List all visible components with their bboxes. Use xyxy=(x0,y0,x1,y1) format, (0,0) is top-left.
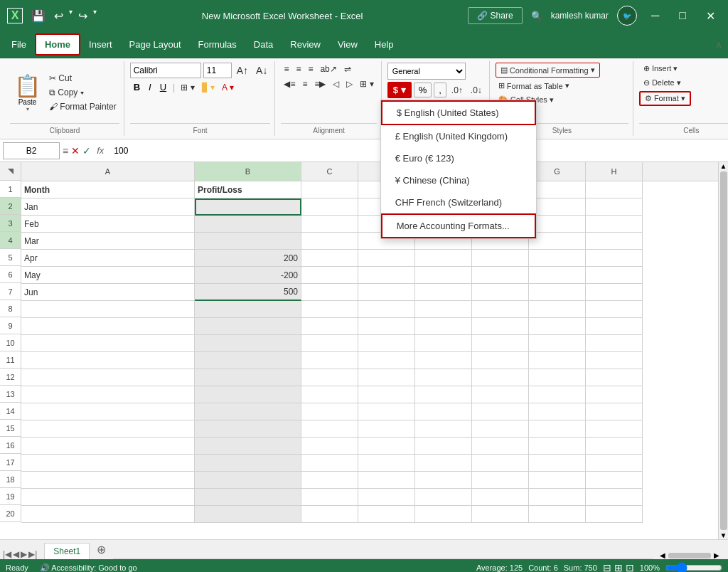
cell-b14[interactable] xyxy=(195,403,301,420)
font-color-button[interactable]: A ▾ xyxy=(219,81,237,94)
cell-b12[interactable] xyxy=(195,369,301,386)
sheet-tab-sheet1[interactable]: Sheet1 xyxy=(44,543,90,559)
align-left-button[interactable]: ◀≡ xyxy=(281,78,298,90)
cell-h6[interactable] xyxy=(586,267,643,284)
cell-e11[interactable] xyxy=(415,352,472,369)
cell-d15[interactable] xyxy=(358,420,415,438)
cell-g8[interactable] xyxy=(529,301,586,318)
cell-c2[interactable] xyxy=(301,198,358,216)
col-header-g[interactable]: G xyxy=(529,162,586,181)
cell-f20[interactable] xyxy=(472,506,529,523)
cell-b11[interactable] xyxy=(195,352,301,369)
row-num-15[interactable]: 15 xyxy=(0,420,21,437)
cell-d8[interactable] xyxy=(358,301,415,318)
row-num-16[interactable]: 16 xyxy=(0,437,21,454)
horizontal-scrollbar[interactable]: ◀ ▶ xyxy=(654,551,725,559)
row-num-7[interactable]: 7 xyxy=(0,283,21,300)
cell-b6[interactable]: -200 xyxy=(195,267,301,284)
cell-a11[interactable] xyxy=(21,352,195,369)
menu-review[interactable]: Review xyxy=(282,35,329,54)
cell-h18[interactable] xyxy=(586,472,643,489)
cell-g15[interactable] xyxy=(529,420,586,438)
row-num-3[interactable]: 3 xyxy=(0,215,21,232)
format-as-table-button[interactable]: ⊞ Format as Table ▾ xyxy=(496,80,600,92)
cell-g4[interactable] xyxy=(529,233,586,250)
cell-e18[interactable] xyxy=(415,472,472,489)
increase-font-button[interactable]: A↑ xyxy=(234,63,251,78)
zoom-slider[interactable] xyxy=(665,562,722,572)
add-sheet-button[interactable]: ⊕ xyxy=(91,540,112,559)
cell-b17[interactable] xyxy=(195,455,301,472)
menu-help[interactable]: Help xyxy=(366,35,402,54)
cell-e15[interactable] xyxy=(415,420,472,438)
font-size-input[interactable] xyxy=(203,63,232,78)
normal-view-button[interactable]: ⊟ xyxy=(603,562,611,572)
cell-g3[interactable] xyxy=(529,216,586,233)
cell-g9[interactable] xyxy=(529,318,586,335)
cell-c11[interactable] xyxy=(301,352,358,369)
font-name-input[interactable] xyxy=(130,63,201,78)
cell-a1[interactable]: Month xyxy=(21,181,195,198)
cell-a5[interactable]: Apr xyxy=(21,250,195,267)
maximize-button[interactable]: □ xyxy=(673,6,692,25)
cell-a2[interactable]: Jan xyxy=(21,198,195,216)
row-num-14[interactable]: 14 xyxy=(0,403,21,420)
cell-g18[interactable] xyxy=(529,472,586,489)
cell-h7[interactable] xyxy=(586,284,643,301)
cancel-formula-button[interactable]: ✕ xyxy=(71,145,80,157)
accounting-format-button[interactable]: $ ▾ xyxy=(387,82,412,98)
cell-d11[interactable] xyxy=(358,352,415,369)
cell-a16[interactable] xyxy=(21,438,195,455)
cell-a14[interactable] xyxy=(21,403,195,420)
cell-d13[interactable] xyxy=(358,386,415,403)
cell-f10[interactable] xyxy=(472,335,529,352)
cell-g14[interactable] xyxy=(529,403,586,420)
cell-e9[interactable] xyxy=(415,318,472,335)
align-top-left-button[interactable]: ≡ xyxy=(281,63,291,75)
increase-indent-button[interactable]: ▷ xyxy=(343,78,355,90)
save-button[interactable]: 💾 xyxy=(28,8,48,24)
row-num-12[interactable]: 12 xyxy=(0,369,21,386)
cell-f19[interactable] xyxy=(472,489,529,506)
orientation-button[interactable]: ab↗ xyxy=(317,63,339,75)
comma-button[interactable]: , xyxy=(434,83,446,97)
conditional-formatting-button[interactable]: ▤ Conditional Formatting ▾ xyxy=(496,63,600,78)
menu-data[interactable]: Data xyxy=(245,35,282,54)
cell-f9[interactable] xyxy=(472,318,529,335)
cell-d19[interactable] xyxy=(358,489,415,506)
cell-b15[interactable] xyxy=(195,420,301,438)
cell-d10[interactable] xyxy=(358,335,415,352)
cell-c6[interactable] xyxy=(301,267,358,284)
cell-f13[interactable] xyxy=(472,386,529,403)
align-right-button[interactable]: ≡▶ xyxy=(311,78,328,90)
number-format-select[interactable]: General Number Currency Accounting Date … xyxy=(387,63,466,80)
minimize-button[interactable]: ─ xyxy=(646,6,665,25)
row-num-5[interactable]: 5 xyxy=(0,249,21,266)
undo-button[interactable]: ↩ xyxy=(51,8,66,24)
cell-c10[interactable] xyxy=(301,335,358,352)
search-icon[interactable]: 🔍 xyxy=(531,11,542,21)
decrease-indent-button[interactable]: ◁ xyxy=(330,78,342,90)
cell-a20[interactable] xyxy=(21,506,195,523)
cell-e16[interactable] xyxy=(415,438,472,455)
cell-g6[interactable] xyxy=(529,267,586,284)
menu-insert[interactable]: Insert xyxy=(80,35,121,54)
insert-button[interactable]: ⊕ Insert ▾ xyxy=(639,63,682,75)
cell-h3[interactable] xyxy=(586,216,643,233)
cell-f7[interactable] xyxy=(472,284,529,301)
col-header-c[interactable]: C xyxy=(301,162,358,181)
cell-g2[interactable] xyxy=(529,198,586,216)
sheet-nav-last-button[interactable]: ▶| xyxy=(28,549,37,559)
cell-d6[interactable] xyxy=(358,267,415,284)
cell-e6[interactable] xyxy=(415,267,472,284)
cell-c12[interactable] xyxy=(301,369,358,386)
delete-button[interactable]: ⊖ Delete ▾ xyxy=(639,77,685,89)
sheet-nav-first-button[interactable]: |◀ xyxy=(3,549,11,559)
format-painter-button[interactable]: 🖌 Format Painter xyxy=(46,100,119,113)
cell-reference-input[interactable] xyxy=(3,142,60,159)
dropdown-item-chf[interactable]: CHF French (Switzerland) xyxy=(381,191,536,213)
dropdown-item-gbp[interactable]: £ English (United Kingdom) xyxy=(381,125,536,147)
col-header-b[interactable]: B xyxy=(195,162,301,181)
cell-c15[interactable] xyxy=(301,420,358,438)
borders-button[interactable]: ⊞ ▾ xyxy=(178,81,197,94)
